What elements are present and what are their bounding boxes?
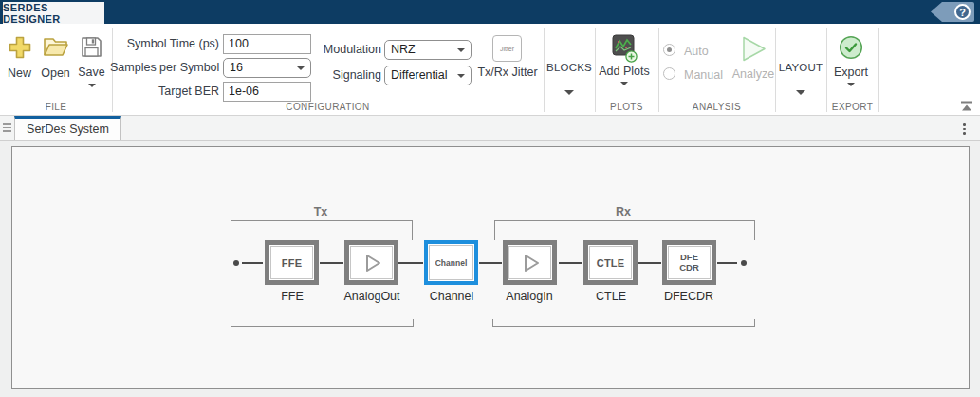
chevron-down-icon (620, 82, 628, 85)
analyze-button-label: Analyze (732, 67, 774, 81)
target-ber-label: Target BER (110, 82, 219, 102)
ribbon-tab-serdes-designer[interactable]: SERDES DESIGNER (3, 2, 104, 24)
tx-bottom-bracket (231, 319, 414, 327)
wire (717, 262, 737, 264)
signaling-combobox[interactable]: Differential (384, 66, 472, 85)
play-outline-icon (361, 252, 383, 274)
block-channel-inner-text: Channel (435, 258, 468, 268)
help-icon[interactable]: ? (954, 4, 971, 20)
toolstrip: New Open Save FILE Symbol Time (ps) 100 … (0, 24, 980, 116)
document-tab-bar: SerDes System (0, 116, 980, 141)
new-button-label: New (8, 66, 31, 80)
modulation-label: Modulation (304, 40, 381, 60)
play-outline-icon (519, 252, 542, 274)
chevron-down-icon (457, 74, 465, 78)
open-button[interactable]: Open (37, 35, 74, 80)
block-channel[interactable]: Channel (424, 240, 478, 285)
block-dfecdr-inner-text-bottom: CDR (679, 263, 699, 274)
export-section-label: EXPORT (826, 102, 878, 112)
add-plots-button[interactable]: Add Plots (588, 34, 660, 85)
modulation-value: NRZ (391, 41, 416, 59)
analyze-button[interactable]: Analyze (725, 35, 782, 81)
rx-bottom-bracket (492, 319, 755, 327)
plots-section-label: PLOTS (595, 102, 658, 112)
wire (638, 262, 661, 264)
block-ffe-label: FFE (250, 290, 335, 303)
section-divider (658, 28, 659, 112)
export-button-label: Export (834, 66, 868, 79)
symbol-time-input[interactable]: 100 (223, 34, 311, 54)
auto-radio[interactable] (663, 44, 675, 56)
analyze-play-icon (738, 35, 768, 66)
configuration-section-label: CONFIGURATION (112, 102, 544, 112)
wire (479, 262, 502, 264)
new-button[interactable]: New (2, 35, 37, 80)
block-ffe[interactable]: FFE (265, 240, 319, 285)
chevron-down-icon (796, 90, 805, 95)
open-icon (43, 35, 69, 64)
target-ber-input[interactable]: 1e-06 (223, 82, 311, 102)
block-ctle[interactable]: CTLE (583, 240, 638, 285)
layout-gallery-button[interactable]: LAYOUT (775, 62, 826, 95)
block-ffe-inner-text: FFE (282, 257, 302, 269)
analysis-section-label: ANALYSIS (658, 102, 775, 112)
blocks-button-label: BLOCKS (546, 62, 592, 73)
block-dfecdr-label: DFECDR (646, 290, 731, 303)
wire (242, 262, 263, 264)
save-button[interactable]: Save (74, 35, 109, 87)
tab-actions-menu-icon[interactable] (963, 122, 967, 137)
manual-radio-label: Manual (684, 68, 723, 82)
file-section-label: FILE (0, 102, 112, 112)
content-area: Tx Rx FFE FFE (0, 141, 980, 397)
block-analogout[interactable] (344, 240, 398, 285)
save-icon (80, 35, 103, 63)
open-button-label: Open (41, 66, 70, 80)
input-terminal-node (233, 260, 239, 266)
block-dfecdr[interactable]: DFE CDR (662, 240, 716, 285)
export-button[interactable]: Export (825, 35, 877, 86)
block-dfecdr-inner-text-top: DFE (680, 253, 698, 263)
output-terminal-node (741, 260, 747, 266)
section-divider (878, 28, 879, 112)
tab-serdes-system[interactable]: SerDes System (14, 116, 121, 140)
symbol-time-label: Symbol Time (ps) (110, 34, 219, 54)
block-ctle-inner-text: CTLE (597, 257, 625, 269)
serdes-designer-app: SERDES DESIGNER ? New Open Save FILE (0, 0, 980, 397)
wire (398, 262, 423, 264)
add-plots-icon (611, 34, 638, 61)
title-band: SERDES DESIGNER ? (0, 0, 980, 24)
new-icon (8, 35, 32, 64)
samples-per-symbol-label: Samples per Symbol (110, 58, 219, 78)
collapse-ribbon-icon (960, 101, 973, 112)
chevron-down-icon (847, 83, 855, 86)
signaling-value: Differential (391, 66, 448, 85)
save-dropdown-caret-icon[interactable] (88, 84, 96, 87)
wire (559, 262, 582, 264)
collapse-ribbon-button[interactable] (960, 99, 973, 110)
export-check-icon (839, 35, 863, 64)
auto-radio-label: Auto (684, 45, 709, 58)
wire (320, 262, 343, 264)
chevron-down-icon (457, 48, 465, 52)
rx-group-label: Rx (604, 205, 642, 218)
txrx-jitter-button[interactable]: Tx/Rx Jitter (472, 66, 543, 79)
samples-per-symbol-combobox[interactable]: 16 (223, 58, 311, 78)
block-analogin[interactable] (503, 240, 557, 285)
tx-group-label: Tx (302, 205, 340, 218)
block-analogout-label: AnalogOut (329, 290, 415, 303)
jitter-icon[interactable]: Jitter (492, 35, 522, 62)
blocks-gallery-button[interactable]: BLOCKS (544, 62, 595, 95)
rx-top-bracket (494, 220, 755, 240)
diagram-canvas[interactable]: Tx Rx FFE FFE (11, 146, 970, 389)
add-plots-button-label: Add Plots (599, 65, 650, 78)
modulation-combobox[interactable]: NRZ (384, 40, 472, 60)
jitter-icon-text: Jitter (500, 46, 514, 52)
signaling-label: Signaling (304, 66, 381, 85)
chevron-down-icon (564, 90, 574, 95)
block-ctle-label: CTLE (568, 290, 654, 303)
save-button-label: Save (78, 66, 105, 79)
block-channel-label: Channel (409, 290, 494, 303)
manual-radio[interactable] (663, 67, 675, 80)
samples-per-symbol-value: 16 (230, 59, 243, 77)
tx-top-bracket (231, 220, 413, 240)
